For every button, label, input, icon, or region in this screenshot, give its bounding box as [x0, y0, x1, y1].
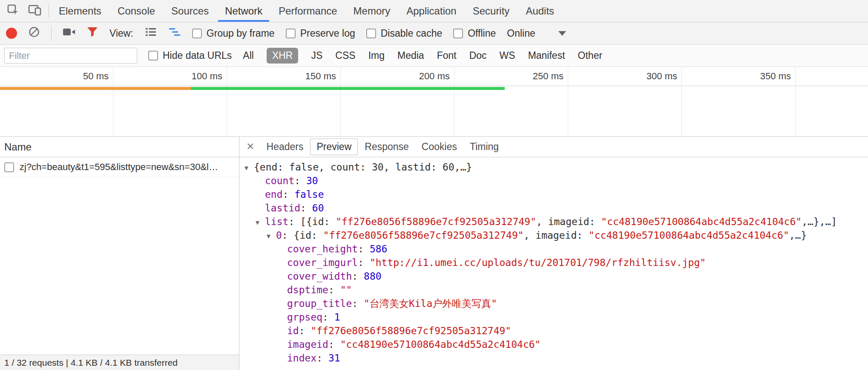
timeline-gridline	[227, 67, 227, 136]
capture-screenshots-button[interactable]	[63, 26, 75, 40]
network-filter-bar: Hide data URLs AllXHRJSCSSImgMediaFontDo…	[0, 45, 868, 67]
inspect-element-button[interactable]	[7, 4, 20, 18]
waterfall-overview-icon	[168, 26, 181, 40]
request-name: zj?ch=beauty&t1=595&listtype=new&sn=30&l…	[20, 162, 235, 173]
json-token-bool: false	[294, 189, 324, 200]
tab-security[interactable]: Security	[465, 0, 518, 22]
detail-tab-headers[interactable]: Headers	[261, 139, 310, 155]
tree-line[interactable]: ▼0: {id: "ff276e8056f58896e7cf92505a3127…	[239, 228, 868, 242]
filter-type-ws[interactable]: WS	[500, 50, 515, 61]
group-by-frame-checkbox[interactable]	[192, 29, 202, 38]
tree-line: group_title: "台湾美女Kila户外唯美写真"	[239, 297, 868, 310]
request-list: zj?ch=beauty&t1=595&listtype=new&sn=30&l…	[0, 157, 239, 177]
json-token-plain: :	[300, 202, 312, 214]
view-label: View:	[109, 28, 133, 39]
tab-sources[interactable]: Sources	[163, 0, 217, 22]
detail-tab-cookies[interactable]: Cookies	[416, 139, 463, 155]
filter-type-xhr[interactable]: XHR	[267, 48, 299, 64]
record-button[interactable]	[6, 28, 17, 39]
filter-input[interactable]	[4, 48, 137, 64]
clear-requests-button[interactable]	[28, 26, 40, 40]
tree-expander-icon[interactable]: ▼	[267, 229, 276, 243]
name-column-label: Name	[4, 141, 32, 153]
request-checkbox[interactable]	[4, 162, 14, 172]
detail-tab-timing[interactable]: Timing	[464, 139, 505, 155]
tab-application[interactable]: Application	[398, 0, 464, 22]
list-rows-icon	[144, 26, 157, 40]
name-column-header[interactable]: Name	[0, 137, 239, 157]
json-token-plain: :	[316, 353, 328, 364]
inspect-cursor-icon	[7, 4, 20, 18]
disable-cache-group: Disable cache	[366, 28, 442, 39]
offline-group: Offline	[453, 28, 496, 39]
timeline-gridline	[454, 67, 454, 136]
device-toolbar-button[interactable]	[28, 4, 42, 18]
json-token-name: list	[265, 216, 288, 227]
tab-elements[interactable]: Elements	[51, 0, 109, 22]
tree-line: id: "ff276e8056f58896e7cf92505a312749"	[239, 324, 868, 338]
filter-type-js[interactable]: JS	[311, 50, 322, 61]
json-token-num: 60	[312, 202, 324, 214]
json-token-name: cover_height	[287, 243, 358, 254]
throttling-dropdown-caret-icon[interactable]	[558, 31, 566, 36]
json-token-plain: {end: false, count: 30, lastid: 60,…}	[254, 162, 472, 173]
json-token-plain: :	[299, 325, 311, 336]
timeline-overview[interactable]: 50 ms100 ms150 ms200 ms250 ms300 ms350 m…	[0, 67, 868, 137]
filter-toggle-button[interactable]	[86, 26, 98, 40]
tab-memory[interactable]: Memory	[345, 0, 399, 22]
preserve-log-label: Preserve log	[300, 28, 355, 39]
video-camera-icon	[63, 26, 75, 40]
json-token-name: dsptime	[287, 284, 328, 295]
json-token-plain: :	[328, 284, 340, 295]
filter-type-all[interactable]: All	[243, 50, 254, 61]
show-overview-button[interactable]	[168, 26, 181, 40]
json-token-str: "cc48190e57100864abc4d55a2c4104c6"	[601, 216, 802, 227]
tree-line: count: 30	[239, 174, 868, 188]
toolbar-checkbox-group: Group by framePreserve logDisable cacheO…	[192, 28, 496, 39]
tree-line: cover_imgurl: "http://i1.umei.cc/uploads…	[239, 256, 868, 269]
tab-audits[interactable]: Audits	[517, 0, 562, 22]
preserve-log-checkbox[interactable]	[286, 29, 296, 38]
json-token-name: grpseq	[287, 312, 322, 323]
tree-line[interactable]: ▼{end: false, count: 30, lastid: 60,…}	[239, 160, 868, 174]
divider	[49, 4, 49, 18]
tree-line: imageid: "cc48190e57100864abc4d55a2c4104…	[239, 338, 868, 351]
json-token-name: id	[287, 325, 299, 336]
timeline-gridline	[681, 67, 682, 136]
json-token-str: "ff276e8056f58896e7cf92505a312749"	[323, 230, 524, 241]
filter-type-img[interactable]: Img	[368, 50, 385, 61]
tree-expander-icon[interactable]: ▼	[256, 216, 265, 229]
json-token-plain: :	[294, 175, 306, 186]
small-request-rows-button[interactable]	[144, 26, 157, 40]
filter-type-other[interactable]: Other	[578, 50, 603, 61]
tab-network[interactable]: Network	[217, 0, 270, 22]
tree-line: grpseq: 1	[239, 310, 868, 324]
hide-data-urls-label: Hide data URLs	[163, 50, 232, 61]
tab-console[interactable]: Console	[109, 0, 163, 22]
json-token-plain: :	[322, 312, 334, 323]
devtools-window: ElementsConsoleSourcesNetworkPerformance…	[0, 0, 868, 370]
filter-type-manifest[interactable]: Manifest	[528, 50, 565, 61]
tab-performance[interactable]: Performance	[270, 0, 345, 22]
disable-cache-checkbox[interactable]	[366, 29, 376, 38]
filter-type-media[interactable]: Media	[397, 50, 424, 61]
tree-line[interactable]: ▼list: [{id: "ff276e8056f58896e7cf92505a…	[239, 215, 868, 228]
hide-data-urls-checkbox[interactable]	[148, 51, 158, 61]
throttling-value[interactable]: Online	[507, 28, 535, 39]
filter-type-css[interactable]: CSS	[335, 50, 355, 61]
filter-type-font[interactable]: Font	[437, 50, 457, 61]
close-detail-button[interactable]: ×	[241, 139, 260, 155]
request-row[interactable]: zj?ch=beauty&t1=595&listtype=new&sn=30&l…	[0, 157, 239, 177]
json-token-str: "cc48190e57100864abc4d55a2c4104c6"	[340, 339, 541, 350]
json-token-num: 880	[364, 271, 382, 282]
tree-expander-icon[interactable]: ▼	[244, 161, 254, 175]
filter-type-doc[interactable]: Doc	[469, 50, 487, 61]
json-token-plain: :	[352, 298, 364, 309]
group-by-frame-group: Group by frame	[192, 28, 275, 39]
timeline-tick-label: 100 ms	[154, 67, 222, 86]
detail-tab-response[interactable]: Response	[359, 139, 415, 155]
json-token-num: 30	[306, 175, 318, 186]
json-token-num: 1	[334, 312, 340, 323]
offline-checkbox[interactable]	[453, 29, 463, 38]
detail-tab-preview[interactable]: Preview	[310, 139, 358, 155]
